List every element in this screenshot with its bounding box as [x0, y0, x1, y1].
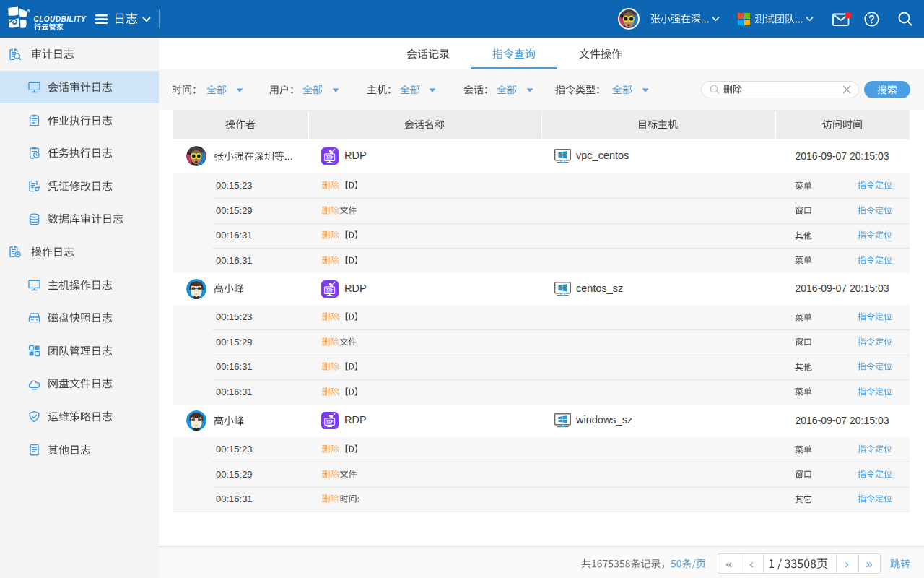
svg-text:RDP: RDP — [327, 155, 334, 159]
svg-text:RDP: RDP — [327, 420, 334, 423]
svg-text:R: R — [28, 9, 30, 12]
svg-text:RDP: RDP — [327, 288, 334, 292]
